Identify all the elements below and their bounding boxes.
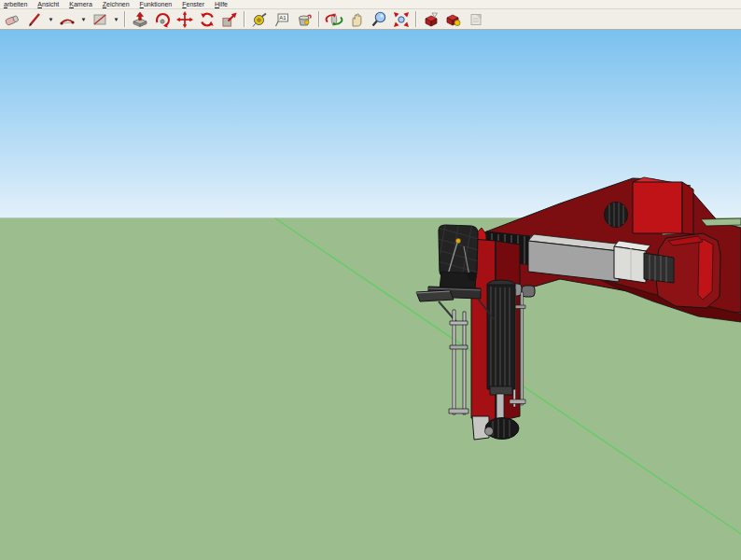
- pan-button[interactable]: [345, 9, 368, 30]
- arc-tool-button[interactable]: [56, 9, 78, 30]
- line-tool-dropdown[interactable]: ▼: [46, 9, 56, 30]
- toolbar-separator: [415, 11, 417, 27]
- paint-bucket-button[interactable]: [293, 9, 315, 30]
- gap-ground-strip: [701, 218, 741, 226]
- control-knob: [468, 273, 477, 281]
- scale-icon: [220, 10, 239, 29]
- followme-icon: [153, 10, 172, 29]
- zoom-extents-icon: [392, 10, 411, 29]
- line-tool-button[interactable]: [23, 9, 46, 30]
- followme-button[interactable]: [151, 9, 174, 30]
- orbit-button[interactable]: [323, 9, 345, 30]
- menu-item-kamera[interactable]: Kamera: [65, 1, 99, 8]
- menu-item-ansicht[interactable]: Ansicht: [34, 1, 65, 8]
- chevron-down-icon: ▼: [48, 17, 54, 22]
- arc-tool-icon: [58, 10, 77, 29]
- toolbar-separator: [244, 11, 245, 27]
- rectangle-tool-button[interactable]: [89, 9, 111, 30]
- zoom-icon: [370, 10, 388, 29]
- rotate-button[interactable]: [196, 9, 218, 30]
- eraser-icon: [3, 10, 21, 29]
- ram-cap-front: [614, 246, 646, 283]
- menu-bar: arbeiten Ansicht Kamera Zeichnen Funktio…: [0, 0, 741, 9]
- zoom-extents-button[interactable]: [390, 9, 412, 30]
- toolbar: ▼ ▼ ▼: [0, 9, 741, 30]
- get-models-icon: [422, 10, 440, 29]
- text-tool-button[interactable]: A1: [271, 9, 293, 30]
- paint-bucket-icon: [295, 10, 314, 29]
- viewport-canvas[interactable]: [0, 30, 741, 560]
- line-tool-icon: [25, 10, 44, 29]
- share-model-icon: [444, 10, 463, 29]
- fin-side: [682, 182, 693, 234]
- move-icon: [175, 10, 194, 29]
- disabled-component-icon: [467, 10, 485, 29]
- pivot-pin: [605, 203, 628, 228]
- scale-button[interactable]: [218, 9, 241, 30]
- menu-item-hilfe[interactable]: Hilfe: [211, 1, 234, 8]
- zoom-button[interactable]: [368, 9, 390, 30]
- orbit-icon: [325, 10, 343, 29]
- rectangle-tool-dropdown[interactable]: ▼: [111, 9, 121, 30]
- text-tool-icon: A1: [273, 10, 291, 29]
- tape-measure-icon: [250, 10, 269, 29]
- menu-item-zeichnen[interactable]: Zeichnen: [99, 1, 136, 8]
- menu-item-bearbeiten[interactable]: arbeiten: [0, 1, 34, 8]
- toolbar-separator: [318, 11, 320, 27]
- fin-front: [633, 182, 682, 233]
- eraser-button[interactable]: [1, 9, 23, 30]
- plate-bevel-right: [698, 239, 713, 300]
- pushpull-icon: [131, 10, 149, 29]
- arc-tool-dropdown[interactable]: ▼: [78, 9, 89, 30]
- rectangle-tool-icon: [91, 10, 109, 29]
- get-models-button[interactable]: [420, 9, 442, 30]
- pushpull-button[interactable]: [129, 9, 151, 30]
- disabled-component-button: [465, 9, 487, 30]
- seat-back: [439, 225, 478, 278]
- ram-rod-ribbed: [644, 253, 674, 283]
- roller-hub: [485, 427, 494, 436]
- menu-item-fenster[interactable]: Fenster: [178, 1, 211, 8]
- chevron-down-icon: ▼: [113, 17, 119, 22]
- menu-item-funktionen[interactable]: Funktionen: [136, 1, 179, 8]
- rotate-icon: [198, 10, 217, 29]
- pan-icon: [347, 10, 366, 29]
- seat-knob-yellow: [455, 238, 460, 243]
- tape-measure-button[interactable]: [248, 9, 271, 30]
- pivot-cylinder: [522, 286, 535, 297]
- toolbar-separator: [124, 11, 126, 27]
- share-model-button[interactable]: [442, 9, 465, 30]
- scene-svg: [0, 30, 741, 560]
- chevron-down-icon: ▼: [80, 17, 87, 22]
- svg-text:A1: A1: [279, 15, 287, 21]
- move-button[interactable]: [174, 9, 196, 30]
